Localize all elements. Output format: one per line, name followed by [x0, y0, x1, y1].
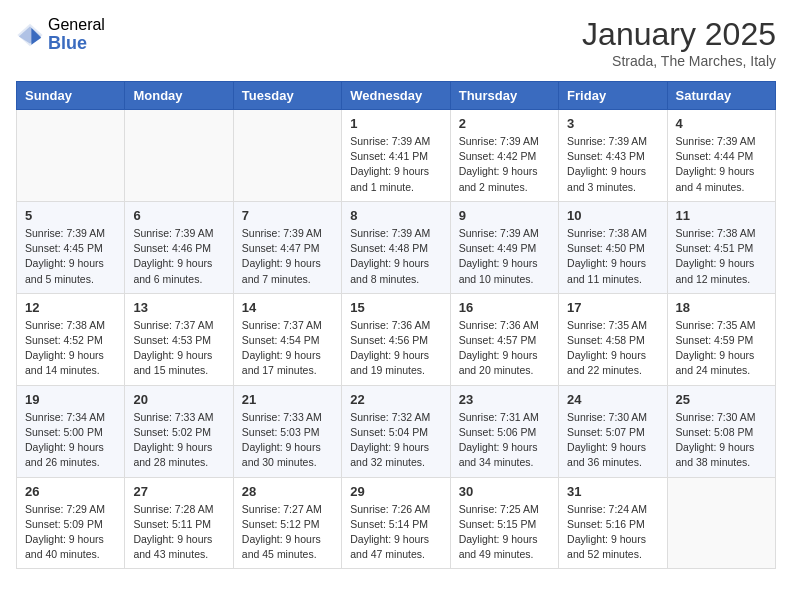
day-info: Sunrise: 7:30 AM Sunset: 5:07 PM Dayligh…	[567, 410, 658, 471]
calendar-cell: 22Sunrise: 7:32 AM Sunset: 5:04 PM Dayli…	[342, 385, 450, 477]
calendar-week-2: 5Sunrise: 7:39 AM Sunset: 4:45 PM Daylig…	[17, 201, 776, 293]
day-number: 24	[567, 392, 658, 407]
calendar-cell: 13Sunrise: 7:37 AM Sunset: 4:53 PM Dayli…	[125, 293, 233, 385]
day-number: 7	[242, 208, 333, 223]
day-number: 20	[133, 392, 224, 407]
calendar-table: SundayMondayTuesdayWednesdayThursdayFrid…	[16, 81, 776, 569]
day-info: Sunrise: 7:28 AM Sunset: 5:11 PM Dayligh…	[133, 502, 224, 563]
calendar-cell: 18Sunrise: 7:35 AM Sunset: 4:59 PM Dayli…	[667, 293, 775, 385]
logo-text: General Blue	[48, 16, 105, 53]
day-info: Sunrise: 7:34 AM Sunset: 5:00 PM Dayligh…	[25, 410, 116, 471]
calendar-cell	[17, 110, 125, 202]
day-info: Sunrise: 7:39 AM Sunset: 4:41 PM Dayligh…	[350, 134, 441, 195]
calendar-cell: 10Sunrise: 7:38 AM Sunset: 4:50 PM Dayli…	[559, 201, 667, 293]
calendar-cell: 19Sunrise: 7:34 AM Sunset: 5:00 PM Dayli…	[17, 385, 125, 477]
calendar-cell: 30Sunrise: 7:25 AM Sunset: 5:15 PM Dayli…	[450, 477, 558, 569]
day-number: 14	[242, 300, 333, 315]
day-number: 27	[133, 484, 224, 499]
calendar-week-4: 19Sunrise: 7:34 AM Sunset: 5:00 PM Dayli…	[17, 385, 776, 477]
calendar-cell: 17Sunrise: 7:35 AM Sunset: 4:58 PM Dayli…	[559, 293, 667, 385]
day-info: Sunrise: 7:35 AM Sunset: 4:59 PM Dayligh…	[676, 318, 767, 379]
day-info: Sunrise: 7:35 AM Sunset: 4:58 PM Dayligh…	[567, 318, 658, 379]
day-number: 28	[242, 484, 333, 499]
day-number: 1	[350, 116, 441, 131]
calendar-header-row: SundayMondayTuesdayWednesdayThursdayFrid…	[17, 82, 776, 110]
day-info: Sunrise: 7:38 AM Sunset: 4:51 PM Dayligh…	[676, 226, 767, 287]
day-info: Sunrise: 7:39 AM Sunset: 4:42 PM Dayligh…	[459, 134, 550, 195]
calendar-cell: 25Sunrise: 7:30 AM Sunset: 5:08 PM Dayli…	[667, 385, 775, 477]
calendar-cell: 8Sunrise: 7:39 AM Sunset: 4:48 PM Daylig…	[342, 201, 450, 293]
day-info: Sunrise: 7:39 AM Sunset: 4:46 PM Dayligh…	[133, 226, 224, 287]
day-info: Sunrise: 7:29 AM Sunset: 5:09 PM Dayligh…	[25, 502, 116, 563]
calendar-cell: 28Sunrise: 7:27 AM Sunset: 5:12 PM Dayli…	[233, 477, 341, 569]
day-number: 2	[459, 116, 550, 131]
calendar-cell	[667, 477, 775, 569]
day-number: 9	[459, 208, 550, 223]
day-number: 16	[459, 300, 550, 315]
day-header-sunday: Sunday	[17, 82, 125, 110]
day-info: Sunrise: 7:37 AM Sunset: 4:54 PM Dayligh…	[242, 318, 333, 379]
day-header-saturday: Saturday	[667, 82, 775, 110]
day-info: Sunrise: 7:31 AM Sunset: 5:06 PM Dayligh…	[459, 410, 550, 471]
logo: General Blue	[16, 16, 105, 53]
calendar-cell	[125, 110, 233, 202]
calendar-cell: 15Sunrise: 7:36 AM Sunset: 4:56 PM Dayli…	[342, 293, 450, 385]
day-number: 3	[567, 116, 658, 131]
day-number: 23	[459, 392, 550, 407]
calendar-cell	[233, 110, 341, 202]
day-number: 10	[567, 208, 658, 223]
calendar-cell: 6Sunrise: 7:39 AM Sunset: 4:46 PM Daylig…	[125, 201, 233, 293]
day-number: 25	[676, 392, 767, 407]
calendar-cell: 29Sunrise: 7:26 AM Sunset: 5:14 PM Dayli…	[342, 477, 450, 569]
calendar-cell: 23Sunrise: 7:31 AM Sunset: 5:06 PM Dayli…	[450, 385, 558, 477]
day-number: 12	[25, 300, 116, 315]
day-header-wednesday: Wednesday	[342, 82, 450, 110]
day-info: Sunrise: 7:26 AM Sunset: 5:14 PM Dayligh…	[350, 502, 441, 563]
calendar-cell: 12Sunrise: 7:38 AM Sunset: 4:52 PM Dayli…	[17, 293, 125, 385]
day-number: 18	[676, 300, 767, 315]
day-header-monday: Monday	[125, 82, 233, 110]
day-header-tuesday: Tuesday	[233, 82, 341, 110]
calendar-cell: 20Sunrise: 7:33 AM Sunset: 5:02 PM Dayli…	[125, 385, 233, 477]
day-info: Sunrise: 7:38 AM Sunset: 4:50 PM Dayligh…	[567, 226, 658, 287]
calendar-cell: 21Sunrise: 7:33 AM Sunset: 5:03 PM Dayli…	[233, 385, 341, 477]
location-subtitle: Strada, The Marches, Italy	[582, 53, 776, 69]
day-number: 29	[350, 484, 441, 499]
day-info: Sunrise: 7:39 AM Sunset: 4:45 PM Dayligh…	[25, 226, 116, 287]
calendar-cell: 14Sunrise: 7:37 AM Sunset: 4:54 PM Dayli…	[233, 293, 341, 385]
day-info: Sunrise: 7:39 AM Sunset: 4:49 PM Dayligh…	[459, 226, 550, 287]
page-header: General Blue January 2025 Strada, The Ma…	[16, 16, 776, 69]
calendar-cell: 1Sunrise: 7:39 AM Sunset: 4:41 PM Daylig…	[342, 110, 450, 202]
day-number: 19	[25, 392, 116, 407]
calendar-cell: 2Sunrise: 7:39 AM Sunset: 4:42 PM Daylig…	[450, 110, 558, 202]
calendar-week-3: 12Sunrise: 7:38 AM Sunset: 4:52 PM Dayli…	[17, 293, 776, 385]
day-number: 6	[133, 208, 224, 223]
month-title: January 2025	[582, 16, 776, 53]
calendar-cell: 31Sunrise: 7:24 AM Sunset: 5:16 PM Dayli…	[559, 477, 667, 569]
logo-blue: Blue	[48, 34, 105, 54]
day-number: 8	[350, 208, 441, 223]
day-number: 15	[350, 300, 441, 315]
logo-general: General	[48, 16, 105, 34]
day-number: 26	[25, 484, 116, 499]
calendar-cell: 3Sunrise: 7:39 AM Sunset: 4:43 PM Daylig…	[559, 110, 667, 202]
day-header-thursday: Thursday	[450, 82, 558, 110]
day-info: Sunrise: 7:39 AM Sunset: 4:44 PM Dayligh…	[676, 134, 767, 195]
calendar-week-5: 26Sunrise: 7:29 AM Sunset: 5:09 PM Dayli…	[17, 477, 776, 569]
day-header-friday: Friday	[559, 82, 667, 110]
day-info: Sunrise: 7:36 AM Sunset: 4:56 PM Dayligh…	[350, 318, 441, 379]
day-info: Sunrise: 7:38 AM Sunset: 4:52 PM Dayligh…	[25, 318, 116, 379]
day-info: Sunrise: 7:39 AM Sunset: 4:43 PM Dayligh…	[567, 134, 658, 195]
day-number: 11	[676, 208, 767, 223]
day-info: Sunrise: 7:37 AM Sunset: 4:53 PM Dayligh…	[133, 318, 224, 379]
calendar-cell: 4Sunrise: 7:39 AM Sunset: 4:44 PM Daylig…	[667, 110, 775, 202]
day-info: Sunrise: 7:25 AM Sunset: 5:15 PM Dayligh…	[459, 502, 550, 563]
day-number: 4	[676, 116, 767, 131]
calendar-cell: 9Sunrise: 7:39 AM Sunset: 4:49 PM Daylig…	[450, 201, 558, 293]
calendar-cell: 16Sunrise: 7:36 AM Sunset: 4:57 PM Dayli…	[450, 293, 558, 385]
calendar-cell: 5Sunrise: 7:39 AM Sunset: 4:45 PM Daylig…	[17, 201, 125, 293]
day-number: 31	[567, 484, 658, 499]
day-info: Sunrise: 7:32 AM Sunset: 5:04 PM Dayligh…	[350, 410, 441, 471]
day-info: Sunrise: 7:30 AM Sunset: 5:08 PM Dayligh…	[676, 410, 767, 471]
day-info: Sunrise: 7:24 AM Sunset: 5:16 PM Dayligh…	[567, 502, 658, 563]
